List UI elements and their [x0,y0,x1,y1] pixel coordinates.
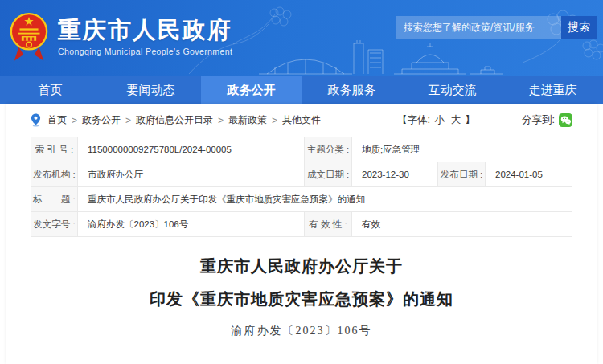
wechat-share-icon[interactable] [559,113,572,127]
document-heading: 重庆市人民政府办公厅关于 印发《重庆市地质灾害应急预案》的通知 渝府办发〔202… [6,237,597,338]
breadcrumb-separator: > [72,115,77,126]
location-pin-icon [31,113,41,127]
search-bar: 搜索 [396,16,597,39]
document-title-line-2: 印发《重庆市地质灾害应急预案》的通知 [6,291,597,307]
breadcrumb-separator: > [218,115,224,126]
meta-label-written-date: 成文日期 : [305,162,352,187]
search-button[interactable]: 搜索 [561,16,597,39]
meta-label-publish-date: 发布日期 : [438,162,486,187]
breadcrumb-separator: > [272,115,277,126]
skyline-decoration [257,40,507,76]
breadcrumb-item-other-documents: 其他文件 [282,113,321,127]
nav-item-home[interactable]: 首页 [0,76,100,104]
breadcrumb-toolbar-row: 首页 > 政务公开 > 政府信息公开目录 > 最新政策 > 其他文件 【字体: … [6,104,597,132]
breadcrumb-item-home[interactable]: 首页 [47,113,67,127]
document-title-line-1: 重庆市人民政府办公厅关于 [6,258,597,274]
search-input[interactable] [396,16,561,39]
site-title-block: 重庆市人民政府 Chongqing Municipal People's Gov… [58,10,232,56]
meta-value-written-date: 2023-12-30 [352,162,438,187]
meta-label-issuer: 发布机构 : [31,162,78,187]
meta-label-doc-number: 发文字号 : [31,212,78,237]
font-smaller-button[interactable]: 小 [435,114,445,125]
share-label: 分享到: [522,113,555,127]
content-panel: 首页 > 政务公开 > 政府信息公开目录 > 最新政策 > 其他文件 【字体: … [6,104,597,364]
share-widget: 分享到: [522,113,572,127]
nav-item-about-chongqing[interactable]: 走进重庆 [503,76,603,104]
meta-label-title: 标 题 : [31,187,78,212]
nav-item-news[interactable]: 要闻动态 [100,76,201,104]
meta-value-title: 重庆市人民政府办公厅关于印发《重庆市地质灾害应急预案》的通知 [78,187,572,212]
page: 重庆市人民政府 Chongqing Municipal People's Gov… [0,0,603,364]
meta-value-doc-number: 渝府办发〔2023〕106号 [78,212,305,237]
site-subtitle: Chongqing Municipal People's Government [58,47,232,56]
meta-value-issuer: 市政府办公厅 [78,162,305,187]
site-header: 重庆市人民政府 Chongqing Municipal People's Gov… [0,0,603,76]
meta-value-publish-date: 2024-01-05 [486,162,572,187]
table-row: 发布机构 : 市政府办公厅 成文日期 : 2023-12-30 发布日期 : 2… [31,162,572,187]
meta-value-validity: 有效 [352,212,572,237]
meta-label-topic: 主题分类 : [305,137,352,162]
font-widget-suffix: 】 [466,114,476,125]
table-row: 发文字号 : 渝府办发〔2023〕106号 有 效 性 : 有效 [31,212,572,237]
breadcrumb-item-gov-info[interactable]: 政务公开 [82,113,121,127]
table-row: 标 题 : 重庆市人民政府办公厅关于印发《重庆市地质灾害应急预案》的通知 [31,187,572,212]
nav-item-services[interactable]: 政务服务 [302,76,402,104]
font-size-widget: 【字体: 小 大 】 [397,113,475,127]
nav-item-interaction[interactable]: 互动交流 [402,76,503,104]
site-title: 重庆市人民政府 [58,18,232,43]
site-logo[interactable]: 重庆市人民政府 Chongqing Municipal People's Gov… [8,10,232,63]
breadcrumb: 首页 > 政务公开 > 政府信息公开目录 > 最新政策 > 其他文件 [31,113,397,127]
main-nav: 首页 要闻动态 政务公开 政务服务 互动交流 走进重庆 [0,76,603,104]
meta-label-validity: 有 效 性 : [305,212,352,237]
breadcrumb-item-latest-policies[interactable]: 最新政策 [228,113,267,127]
document-meta-table: 索 引 号 : 11500000009275780L/2024-00005 主题… [31,137,572,237]
meta-value-topic: 地质;应急管理 [352,137,572,162]
font-larger-button[interactable]: 大 [451,114,461,125]
meta-label-index-no: 索 引 号 : [31,137,78,162]
font-widget-prefix: 【字体: [397,114,430,125]
table-row: 索 引 号 : 11500000009275780L/2024-00005 主题… [31,137,572,162]
document-number: 渝府办发〔2023〕106号 [6,324,597,338]
national-emblem-icon [8,10,50,63]
breadcrumb-item-info-directory[interactable]: 政府信息公开目录 [136,113,213,127]
nav-item-gov-info[interactable]: 政务公开 [201,76,302,104]
breadcrumb-separator: > [125,115,131,126]
meta-value-index-no: 11500000009275780L/2024-00005 [78,137,305,162]
